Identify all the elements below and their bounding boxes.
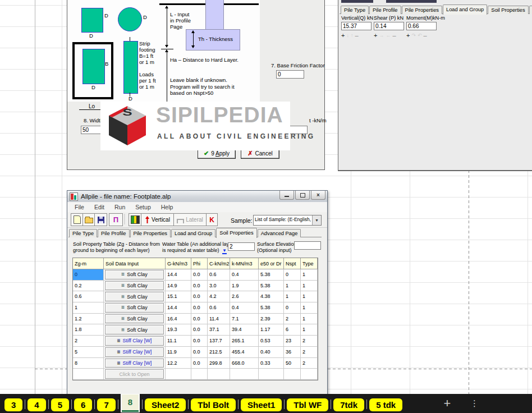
cell-value[interactable]: 1: [301, 291, 318, 302]
menu-item-help[interactable]: Help: [156, 204, 178, 210]
sheet-tab-3[interactable]: 3: [4, 398, 22, 411]
sheet-tab-active[interactable]: 8: [121, 394, 140, 412]
cell-value[interactable]: 0.33: [259, 358, 284, 369]
panel-tab-pile-profile[interactable]: Pile Profile: [369, 6, 401, 14]
cell-value[interactable]: 16.4: [166, 314, 191, 325]
cell-value[interactable]: 1: [301, 324, 318, 336]
cell-value[interactable]: 2.39: [259, 314, 284, 325]
cell-value[interactable]: 212.5: [208, 347, 230, 358]
cell-value[interactable]: [191, 369, 208, 380]
cell-zg[interactable]: 1: [73, 302, 104, 314]
soil-layer-button[interactable]: ≡Soft Clay: [105, 292, 164, 301]
surface-elevation-input[interactable]: [294, 241, 321, 250]
soil-layer-button[interactable]: ≡Stiff Clay [W]: [105, 336, 164, 346]
dropdown-arrow-button[interactable]: ▼: [312, 215, 321, 225]
water-table-input[interactable]: 2: [228, 242, 255, 251]
maximize-button[interactable]: [295, 191, 310, 200]
cell-value[interactable]: 0.0: [191, 336, 208, 347]
minus-button[interactable]: –: [424, 32, 427, 39]
minimize-button[interactable]: [279, 191, 294, 200]
cell-value[interactable]: 2: [301, 336, 318, 347]
cell-value[interactable]: 6: [284, 324, 301, 336]
panel-tab-pile-properties[interactable]: Pile Properties: [402, 6, 442, 14]
cell-value[interactable]: 0.0: [191, 314, 208, 325]
pile-group-button[interactable]: [129, 213, 142, 226]
cell-value[interactable]: 2.6: [230, 291, 259, 302]
plus-button[interactable]: +: [374, 32, 377, 39]
sheet-tab-5-tdk[interactable]: 5 tdk: [369, 398, 402, 411]
cell-value[interactable]: 0.0: [191, 281, 208, 292]
cell-value[interactable]: 2: [301, 347, 318, 358]
cell-value[interactable]: 7.1: [230, 314, 259, 325]
cell-value[interactable]: 0.4: [230, 302, 259, 314]
cell-value[interactable]: 0.0: [191, 302, 208, 314]
menu-item-edit[interactable]: Edit: [89, 204, 109, 210]
cell-value[interactable]: 14.9: [166, 281, 191, 292]
sheet-tab-tbl-bolt[interactable]: Tbl Bolt: [191, 398, 236, 411]
menu-item-run[interactable]: Run: [109, 204, 130, 210]
cell-value[interactable]: 0.6: [208, 302, 230, 314]
cell-value[interactable]: 0: [284, 302, 301, 314]
cell-zg[interactable]: 1.2: [73, 314, 104, 325]
vertical-analysis-button[interactable]: Vertical: [141, 213, 174, 226]
plus-button[interactable]: +: [406, 32, 410, 39]
cell-value[interactable]: 37.1: [208, 324, 230, 336]
cell-zg[interactable]: 0.2: [73, 281, 104, 292]
cell-value[interactable]: 23: [284, 336, 301, 347]
close-button[interactable]: ×: [311, 191, 325, 200]
cell-value[interactable]: 455.4: [230, 347, 259, 358]
tab-load-and-group[interactable]: Load and Group: [171, 229, 215, 237]
cell-value[interactable]: 1: [284, 281, 301, 292]
cell-value[interactable]: 14.4: [166, 269, 191, 281]
tab-pile-properties[interactable]: Pile Properties: [130, 229, 171, 237]
cell-value[interactable]: 0.0: [191, 347, 208, 358]
cell-value[interactable]: 2: [284, 314, 301, 325]
minus-button[interactable]: –: [392, 32, 396, 39]
menu-item-file[interactable]: File: [70, 204, 89, 210]
sheet-tab-sheet1[interactable]: Sheet1: [241, 398, 282, 411]
soil-layer-button[interactable]: ≡Soft Clay: [105, 325, 164, 334]
sheet-tab-tbl-wf[interactable]: Tbl WF: [287, 398, 328, 411]
cell-value[interactable]: 11.1: [166, 336, 191, 347]
cell-zg[interactable]: 8: [73, 358, 104, 369]
cell-value[interactable]: 11.4: [208, 314, 230, 325]
soil-layer-button[interactable]: ≡Soft Clay: [105, 314, 164, 324]
panel-tab-advanced-page[interactable]: Advanced Page: [529, 6, 532, 14]
cell-value[interactable]: 0.0: [191, 358, 208, 369]
sheet-menu-button[interactable]: ⋮: [470, 397, 479, 410]
cell-value[interactable]: 14.4: [166, 302, 191, 314]
cell-value[interactable]: 2: [301, 358, 318, 369]
cell-value[interactable]: [166, 369, 191, 380]
sheet-tab-7[interactable]: 7: [97, 398, 115, 411]
save-button[interactable]: [94, 213, 107, 226]
cell-value[interactable]: 11.9: [166, 347, 191, 358]
cell-zg[interactable]: [73, 369, 104, 380]
cell-value[interactable]: 1: [301, 314, 318, 325]
lateral-analysis-button[interactable]: Lateral: [173, 213, 207, 226]
cell-value[interactable]: 3.0: [208, 281, 230, 292]
cell-value[interactable]: 137.7: [208, 336, 230, 347]
cell-value[interactable]: [301, 369, 318, 380]
cell-value[interactable]: [259, 369, 284, 380]
cell-value[interactable]: [208, 369, 230, 380]
cell-value[interactable]: 0.4: [230, 269, 259, 281]
new-file-button[interactable]: [71, 213, 84, 226]
tab-pile-type[interactable]: Pile Type: [69, 229, 97, 237]
cell-value[interactable]: 50: [284, 358, 301, 369]
load-field-input[interactable]: 0.66: [406, 22, 437, 30]
soil-layer-button[interactable]: Click to Open: [105, 369, 164, 379]
sample-dropdown[interactable]: List of Sample: (E-English, M-Metric) ▼: [253, 215, 322, 226]
soil-layer-button[interactable]: ≡Soft Clay: [105, 303, 164, 313]
open-file-button[interactable]: [82, 213, 95, 226]
cell-value[interactable]: 1.17: [259, 324, 284, 336]
sheet-tab-7tdk[interactable]: 7tdk: [333, 398, 364, 411]
cell-value[interactable]: 39.4: [230, 324, 259, 336]
cell-value[interactable]: [230, 369, 259, 380]
cell-zg[interactable]: 0: [73, 269, 104, 281]
cell-value[interactable]: 1.9: [230, 281, 259, 292]
menu-item-setup[interactable]: Setup: [130, 204, 155, 210]
cell-value[interactable]: 0.0: [191, 324, 208, 336]
soil-layer-button[interactable]: ≡Soft Clay: [105, 270, 164, 279]
title-bar[interactable]: Allpile - file name: Footplate.alp ×: [67, 191, 327, 203]
plus-button[interactable]: +: [341, 32, 345, 39]
